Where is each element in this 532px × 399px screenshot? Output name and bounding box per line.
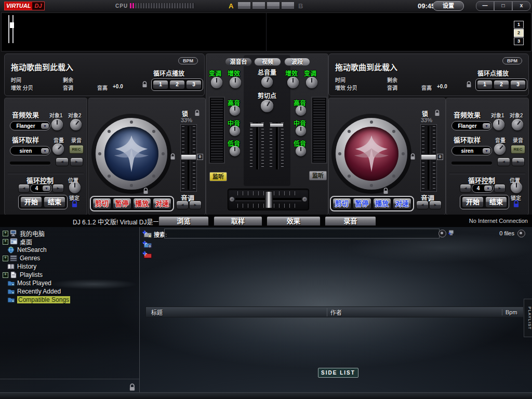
playlist-side-tab[interactable]: PLAYLIST (524, 299, 532, 337)
netsearch-add-icon[interactable]: + (447, 229, 455, 238)
loop-double-button[interactable]: ► (494, 184, 506, 193)
tree-item-playlists[interactable]: + Playlists (0, 271, 138, 279)
browser-lock-icon[interactable] (129, 383, 136, 391)
tree-divider[interactable] (139, 227, 140, 392)
search-target-icon[interactable] (438, 230, 446, 237)
tab-effects[interactable]: 效果 (267, 216, 321, 226)
hotcue-button-2[interactable]: 2 (514, 29, 524, 37)
pitch-lock-icon[interactable] (410, 153, 416, 160)
loop-cue-1-button[interactable]: 1 (153, 80, 168, 89)
sampler-select[interactable]: siren ▼ (10, 146, 50, 155)
treble-knob-left[interactable] (230, 105, 240, 116)
tree-item-most-played[interactable]: Most Played (0, 279, 138, 287)
loop-position-knob[interactable] (511, 182, 522, 193)
sampler-volume-knob[interactable] (494, 143, 506, 155)
key-knob-right[interactable] (306, 77, 317, 88)
bass-knob-right[interactable] (296, 146, 306, 156)
fx-select[interactable]: Flanger ▼ (451, 121, 492, 130)
jog-wheel[interactable] (331, 114, 411, 194)
pause-button[interactable]: 暂停 (113, 198, 131, 209)
crossfader-handle[interactable] (265, 191, 273, 208)
tab-browse[interactable]: 浏览 (158, 216, 209, 226)
settings-button[interactable]: 设置 (433, 1, 464, 11)
deck-left-info-panel[interactable]: 拖动歌曲到此载入 BPM 循环点播放 1 2 3 时间 剩余 增效 分贝 音调 … (4, 54, 205, 96)
loop-cue-3-button[interactable]: 3 (510, 80, 526, 89)
tab-sampler[interactable]: 取样 (214, 216, 262, 226)
loop-lock-icon[interactable] (142, 81, 148, 88)
close-button[interactable]: x (512, 1, 530, 11)
loop-length-select[interactable]: 4 ▼ (472, 184, 494, 193)
sampler-prev-button[interactable]: ◄ (497, 157, 510, 166)
sampler-select[interactable]: siren ▼ (451, 146, 492, 155)
key-knob-left[interactable] (211, 77, 222, 88)
minimize-button[interactable]: — (476, 1, 494, 11)
fx-param2-knob[interactable] (512, 119, 523, 130)
loop-lock-icon[interactable] (513, 200, 520, 208)
channel-fader-left[interactable] (250, 123, 264, 169)
tree-item-netsearch[interactable]: NetSearch (0, 246, 138, 254)
pitch-zero-button[interactable]: 0 (197, 154, 203, 160)
jog-wheel[interactable] (91, 114, 171, 194)
jog-lock-icon[interactable] (143, 188, 149, 194)
loop-end-button[interactable]: 结束 (485, 196, 507, 208)
maximize-button[interactable]: □ (494, 1, 512, 11)
pitch-slider-handle[interactable] (421, 154, 436, 160)
sampler-prev-button[interactable]: ◄ (56, 157, 69, 166)
tree-item-history[interactable]: History (0, 262, 138, 271)
pitch-slider-handle[interactable] (181, 154, 196, 160)
bass-knob-left[interactable] (230, 146, 240, 156)
hotcue-button-3[interactable]: 3 (514, 37, 524, 45)
sampler-next-button[interactable]: ► (70, 157, 83, 166)
loop-start-button[interactable]: 开始 (20, 196, 42, 208)
cue-knob[interactable] (261, 100, 273, 112)
side-list-button[interactable]: SIDE LIST (318, 368, 358, 378)
list-target-icon[interactable] (517, 230, 525, 237)
loop-cue-2-button[interactable]: 2 (494, 80, 509, 89)
column-artist[interactable]: 作者 (327, 308, 502, 316)
lock-icon[interactable] (434, 110, 440, 116)
pitch-lock-icon[interactable] (170, 153, 176, 160)
fx-param2-knob[interactable] (70, 119, 82, 130)
column-bpm[interactable]: Bpm (502, 309, 517, 315)
tree-item-genres[interactable]: + Genres (0, 254, 138, 262)
loop-double-button[interactable]: ► (52, 184, 64, 193)
tree-item-compatible-songs[interactable]: Compatible Songs (0, 296, 138, 304)
loop-lock-icon[interactable] (71, 200, 78, 208)
sampler-rec-button[interactable]: REC (69, 145, 84, 154)
loop-end-button[interactable]: 结束 (44, 196, 65, 208)
pitch-bend-minus-button[interactable]: ◄ (176, 201, 189, 209)
column-title[interactable]: 标题 (151, 308, 327, 316)
waveform-display[interactable]: 1 2 3 (1, 12, 531, 51)
tab-record[interactable]: 录音 (325, 216, 376, 226)
fx-param1-knob[interactable] (493, 119, 504, 130)
loop-cue-3-button[interactable]: 3 (186, 80, 202, 89)
treble-knob-right[interactable] (296, 105, 306, 116)
sync-button[interactable]: 对速 (393, 198, 411, 209)
expand-toggle[interactable]: + (3, 272, 8, 278)
channel-fader-right[interactable] (270, 123, 284, 169)
pitch-slider[interactable] (420, 124, 437, 192)
tab-mixer[interactable]: 混音台 (225, 58, 252, 66)
pitch-zero-button[interactable]: 0 (437, 154, 443, 160)
tree-item-my-computer[interactable]: + 我的电脑 (0, 229, 138, 237)
tab-scratch[interactable]: 波段 (284, 58, 310, 66)
channel-fader-left-handle[interactable] (250, 123, 264, 127)
fx-param1-knob[interactable] (51, 119, 63, 130)
loop-length-select[interactable]: 4 ▼ (30, 184, 52, 193)
pitch-bend-minus-button[interactable]: ◄ (416, 201, 429, 209)
loop-cue-1-button[interactable]: 1 (477, 80, 493, 89)
loop-position-knob[interactable] (69, 182, 81, 193)
pfl-button-right[interactable]: 监听 (309, 171, 327, 180)
tree-item-recently-added[interactable]: Recently Added (0, 287, 138, 296)
cue-button[interactable]: 剪切 (92, 198, 111, 209)
loop-half-button[interactable]: ◄ (460, 184, 471, 193)
search-input[interactable] (164, 229, 440, 238)
fx-select[interactable]: Flanger ▼ (10, 121, 50, 130)
bpm-badge[interactable]: BPM (502, 57, 522, 64)
crossfader[interactable]: + + (228, 189, 309, 210)
sampler-rec-button[interactable]: REC (511, 145, 525, 154)
loop-start-button[interactable]: 开始 (462, 196, 484, 208)
sampler-next-button[interactable]: ► (512, 157, 525, 166)
gain-knob-left[interactable] (230, 77, 241, 88)
channel-fader-right-handle[interactable] (270, 123, 284, 127)
